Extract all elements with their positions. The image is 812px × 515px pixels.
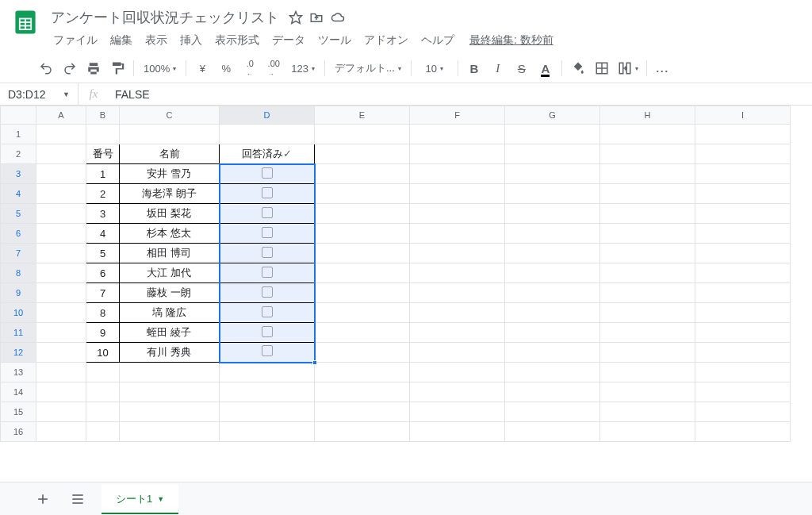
cell[interactable] — [120, 402, 220, 422]
cell[interactable] — [220, 363, 315, 382]
cell[interactable] — [600, 204, 695, 224]
cell[interactable] — [505, 224, 600, 244]
row-header[interactable]: 13 — [1, 363, 36, 382]
cell[interactable] — [410, 184, 505, 204]
checkbox-icon[interactable] — [262, 306, 273, 317]
cell[interactable] — [36, 303, 86, 323]
cell[interactable] — [36, 343, 86, 363]
menu-file[interactable]: ファイル — [48, 30, 103, 51]
cell[interactable] — [120, 382, 220, 402]
cell[interactable]: 坂田 梨花 — [120, 204, 220, 224]
cell[interactable] — [505, 382, 600, 402]
cell[interactable]: 1 — [86, 164, 120, 184]
cell[interactable] — [220, 184, 315, 204]
cell[interactable] — [600, 303, 695, 323]
cell[interactable] — [36, 164, 86, 184]
paint-format-icon[interactable] — [106, 57, 128, 79]
cell[interactable] — [410, 283, 505, 303]
cell[interactable] — [120, 125, 220, 144]
move-icon[interactable] — [309, 10, 324, 25]
last-edit[interactable]: 最終編集: 数秒前 — [469, 33, 553, 48]
cell[interactable]: 8 — [86, 303, 120, 323]
add-sheet-button[interactable] — [32, 488, 54, 510]
menu-data[interactable]: データ — [266, 30, 311, 51]
formula-value[interactable]: FALSE — [109, 88, 150, 101]
cell[interactable] — [36, 125, 86, 144]
checkbox-icon[interactable] — [262, 227, 273, 238]
checkbox-icon[interactable] — [262, 267, 273, 278]
cell[interactable] — [220, 125, 315, 144]
cell[interactable] — [600, 343, 695, 363]
cell[interactable] — [695, 164, 791, 184]
cell[interactable] — [505, 263, 600, 283]
cell[interactable] — [600, 402, 695, 422]
cell[interactable]: 5 — [86, 244, 120, 263]
fontsize-select[interactable]: 10 — [416, 57, 453, 79]
col-header[interactable]: C — [120, 106, 220, 125]
col-header[interactable]: A — [36, 106, 86, 125]
cell[interactable] — [36, 422, 86, 442]
cell[interactable] — [600, 283, 695, 303]
menu-edit[interactable]: 編集 — [105, 30, 138, 51]
cell[interactable] — [695, 422, 791, 442]
row-header[interactable]: 8 — [1, 263, 36, 283]
cell[interactable] — [36, 402, 86, 422]
text-color-button[interactable]: A — [534, 57, 557, 79]
cell[interactable] — [505, 244, 600, 263]
checkbox-icon[interactable] — [262, 345, 273, 356]
cell[interactable] — [505, 303, 600, 323]
cell[interactable] — [315, 422, 410, 442]
cell[interactable]: 藤枝 一朗 — [120, 283, 220, 303]
cell[interactable] — [36, 184, 86, 204]
cell[interactable] — [220, 204, 315, 224]
fill-color-icon[interactable] — [567, 57, 589, 79]
col-header[interactable]: D — [220, 106, 315, 125]
cell[interactable] — [220, 263, 315, 283]
spreadsheet-grid[interactable]: ABCDEFGHI12番号名前回答済み✓31安井 雪乃42海老澤 朗子53坂田 … — [0, 106, 812, 506]
row-header[interactable]: 6 — [1, 224, 36, 244]
cell[interactable] — [220, 343, 315, 363]
all-sheets-button[interactable] — [67, 488, 89, 510]
doc-title[interactable]: アンケート回収状況チェックリスト — [48, 6, 282, 29]
cell[interactable] — [695, 204, 791, 224]
cell[interactable] — [315, 283, 410, 303]
cell[interactable] — [410, 323, 505, 343]
row-header[interactable]: 3 — [1, 164, 36, 184]
cell[interactable] — [410, 303, 505, 323]
row-header[interactable]: 7 — [1, 244, 36, 263]
cell[interactable] — [410, 363, 505, 382]
cell[interactable]: 名前 — [120, 144, 220, 164]
cell[interactable] — [86, 382, 120, 402]
inc-decimal-button[interactable]: .00→ — [262, 57, 285, 79]
cell[interactable] — [695, 144, 791, 164]
cell[interactable] — [695, 343, 791, 363]
menu-tools[interactable]: ツール — [312, 30, 357, 51]
cell[interactable] — [36, 382, 86, 402]
cell[interactable] — [315, 303, 410, 323]
cell[interactable]: 大江 加代 — [120, 263, 220, 283]
cell[interactable] — [505, 323, 600, 343]
cell[interactable] — [36, 204, 86, 224]
name-box[interactable]: D3:D12 ▼ — [0, 83, 79, 105]
cell[interactable] — [505, 402, 600, 422]
cell[interactable] — [695, 224, 791, 244]
cell[interactable] — [505, 283, 600, 303]
cell[interactable] — [220, 422, 315, 442]
checkbox-icon[interactable] — [262, 207, 273, 218]
cell[interactable] — [410, 224, 505, 244]
cell[interactable] — [315, 144, 410, 164]
cell[interactable] — [315, 402, 410, 422]
cell[interactable]: 3 — [86, 204, 120, 224]
row-header[interactable]: 4 — [1, 184, 36, 204]
checkbox-icon[interactable] — [262, 167, 273, 179]
borders-icon[interactable] — [591, 57, 613, 79]
zoom-select[interactable]: 100% — [139, 57, 181, 79]
row-header[interactable]: 9 — [1, 283, 36, 303]
cell[interactable] — [36, 224, 86, 244]
number-format-select[interactable]: 123 — [286, 57, 320, 79]
cell[interactable] — [315, 263, 410, 283]
cell[interactable] — [410, 125, 505, 144]
cell[interactable] — [600, 244, 695, 263]
cell[interactable] — [86, 402, 120, 422]
cell[interactable] — [220, 244, 315, 263]
